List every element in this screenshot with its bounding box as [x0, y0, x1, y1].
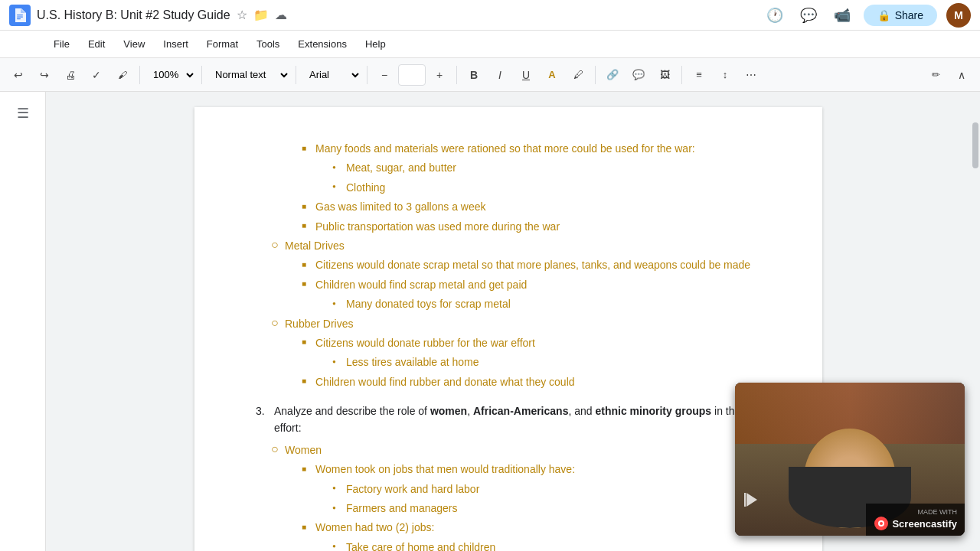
title-bar-right: 🕐 💬 📹 🔒 Share M: [763, 3, 971, 28]
svg-point-7: [880, 522, 883, 525]
bullet-section-1: ■ Many foods and materials were rationed…: [256, 140, 761, 390]
dot-bullet-icon: ●: [332, 179, 341, 194]
list-item: ■ Children would find rubber and donate …: [256, 373, 761, 390]
line-spacing-button[interactable]: ↕: [713, 63, 737, 87]
list-item: ● Take care of home and children: [256, 539, 761, 551]
list-item: ○ Metal Drives: [256, 237, 761, 254]
folder-icon[interactable]: 📁: [253, 8, 269, 22]
bullet-text: Many donated toys for scrap metal: [346, 295, 511, 312]
font-size-increase[interactable]: +: [427, 63, 452, 87]
scrollbar-right[interactable]: [971, 92, 980, 551]
menu-tools[interactable]: Tools: [249, 35, 287, 53]
bullet-text: Rubber Drives: [285, 315, 353, 332]
circle-bullet-icon: ○: [271, 237, 280, 253]
bold-button[interactable]: B: [462, 63, 486, 87]
undo-button[interactable]: ↩: [6, 63, 31, 87]
list-item: ● Less tires available at home: [256, 354, 761, 370]
image-button[interactable]: 🖼: [652, 63, 677, 87]
comments-icon[interactable]: 💬: [796, 3, 821, 28]
outline-icon[interactable]: ☰: [11, 101, 35, 126]
redo-button[interactable]: ↪: [32, 63, 57, 87]
bullet-text: Public transportation was used more duri…: [315, 218, 560, 235]
brand-label: MADE WITH: [918, 508, 958, 516]
edit-mode-button[interactable]: ✏: [923, 63, 948, 87]
menu-extensions[interactable]: Extensions: [290, 35, 354, 53]
meet-icon[interactable]: 📹: [830, 3, 854, 28]
square-bullet-icon: ■: [302, 140, 311, 155]
more-button[interactable]: ⋯: [739, 63, 763, 87]
dot-bullet-icon: ●: [332, 354, 341, 369]
circle-bullet-icon: ○: [271, 315, 280, 331]
list-item: ● Many donated toys for scrap metal: [256, 295, 761, 312]
bullet-text: Less tires available at home: [346, 354, 479, 370]
bullet-text: Children would find scrap metal and get …: [315, 276, 527, 293]
avatar[interactable]: M: [946, 3, 971, 28]
link-button[interactable]: 🔗: [600, 63, 625, 87]
bullet-text: Factory work and hard labor: [346, 481, 479, 497]
svg-rect-1: [17, 16, 23, 17]
menu-edit[interactable]: Edit: [80, 35, 113, 53]
comment-button[interactable]: 💬: [626, 63, 651, 87]
video-overlay: MADE WITH Screencastify: [735, 383, 965, 536]
toolbar: ↩ ↪ 🖨 ✓ 🖌 100% 75% 125% Normal text Head…: [0, 58, 980, 92]
menu-view[interactable]: View: [116, 35, 152, 53]
bullet-text: Metal Drives: [285, 237, 345, 254]
title-bar: U.S. History B: Unit #2 Study Guide ☆ 📁 …: [0, 0, 980, 31]
bullet-text: Children would find rubber and donate wh…: [315, 373, 575, 390]
collapse-toolbar-button[interactable]: ∧: [949, 63, 974, 87]
square-bullet-icon: ■: [302, 198, 311, 214]
share-button[interactable]: 🔒 Share: [864, 5, 937, 26]
menu-help[interactable]: Help: [358, 35, 394, 53]
bullet-text: Meat, sugar, and butter: [346, 159, 456, 176]
list-item: ● Factory work and hard labor: [256, 481, 761, 497]
bullet-text: Farmers and managers: [346, 500, 458, 517]
square-bullet-icon: ■: [302, 461, 311, 476]
font-select[interactable]: Arial Times New Roman: [301, 64, 362, 86]
list-item: ■ Children would find scrap metal and ge…: [256, 276, 761, 293]
font-size-decrease[interactable]: −: [372, 63, 397, 87]
star-icon[interactable]: ☆: [237, 8, 247, 22]
dot-bullet-icon: ●: [332, 539, 341, 551]
item-text: Analyze and describe the role of women, …: [274, 403, 761, 437]
italic-button[interactable]: I: [488, 63, 512, 87]
paint-format-button[interactable]: 🖌: [110, 63, 135, 87]
cloud-icon[interactable]: ☁: [275, 8, 287, 22]
square-bullet-icon: ■: [302, 218, 311, 233]
menu-file[interactable]: File: [46, 35, 77, 53]
numbered-section-3: 3. Analyze and describe the role of wome…: [256, 403, 761, 551]
text-color-button[interactable]: A: [540, 63, 564, 87]
bullet-text: Women had two (2) jobs:: [315, 519, 434, 536]
svg-marker-3: [746, 493, 757, 507]
toolbar-divider-2: [201, 66, 202, 84]
doc-page: ■ Many foods and materials were rationed…: [194, 107, 822, 551]
align-button[interactable]: ≡: [687, 63, 711, 87]
list-item: ● Farmers and managers: [256, 500, 761, 517]
svg-rect-0: [17, 15, 23, 15]
spellcheck-button[interactable]: ✓: [84, 63, 109, 87]
circle-bullet-icon: ○: [271, 442, 280, 457]
highlight-button[interactable]: 🖊: [566, 63, 590, 87]
list-item: ■ Many foods and materials were rationed…: [256, 140, 761, 157]
list-item: ■ Citizens would donate rubber for the w…: [256, 334, 761, 351]
menu-format[interactable]: Format: [199, 35, 246, 53]
dot-bullet-icon: ●: [332, 295, 341, 311]
list-item: ○ Women: [256, 442, 761, 458]
text-style-select[interactable]: Normal text Heading 1 Heading 2: [207, 64, 291, 86]
toolbar-divider-5: [456, 66, 457, 84]
font-size-input[interactable]: 12: [398, 64, 426, 86]
scroll-thumb[interactable]: [972, 122, 978, 168]
history-icon[interactable]: 🕐: [763, 3, 787, 28]
bullet-text: Citizens would donate scrap metal so tha…: [315, 256, 750, 273]
zoom-select[interactable]: 100% 75% 125%: [145, 64, 197, 86]
play-icon[interactable]: [743, 491, 761, 513]
underline-button[interactable]: U: [514, 63, 538, 87]
dot-bullet-icon: ●: [332, 500, 341, 515]
list-item: ○ Rubber Drives: [256, 315, 761, 332]
menu-bar: File Edit View Insert Format Tools Exten…: [0, 31, 980, 58]
print-button[interactable]: 🖨: [58, 63, 83, 87]
svg-rect-2: [17, 18, 21, 19]
list-item: ■ Citizens would donate scrap metal so t…: [256, 256, 761, 273]
menu-insert[interactable]: Insert: [155, 35, 196, 53]
dot-bullet-icon: ●: [332, 481, 341, 496]
toolbar-divider-4: [367, 66, 368, 84]
